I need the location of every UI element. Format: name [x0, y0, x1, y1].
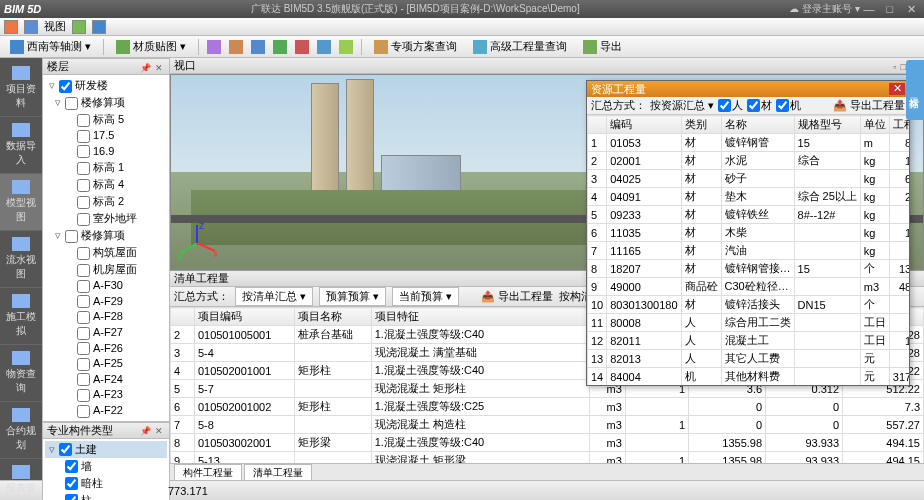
- tree-node[interactable]: ▿土建: [45, 441, 167, 458]
- table-row[interactable]: 1382013人其它人工费元67.628167.63: [588, 350, 910, 368]
- table-row[interactable]: 60105020010​02矩形柱1.混凝土强度等级:C25m3007.3: [171, 398, 924, 416]
- tool4-icon[interactable]: [273, 40, 287, 54]
- qty-current-select[interactable]: 当前预算 ▾: [392, 287, 459, 306]
- table-row[interactable]: 75-8现浇混凝土 构造柱m3100557.27: [171, 416, 924, 434]
- type-tree-panel: 专业构件类型 📌✕ ▿土建墙暗柱柱暗梁楼梯其他▿钢筋墙门窗洞梁柱暗柱其他▿给排水…: [42, 422, 170, 500]
- close-button[interactable]: ✕: [902, 3, 920, 16]
- tree-node[interactable]: 标高 2: [45, 193, 167, 210]
- filter-material[interactable]: 材: [747, 98, 772, 113]
- tree-node[interactable]: A-F25: [45, 356, 167, 372]
- tree-node[interactable]: A-F26: [45, 341, 167, 357]
- tree-node[interactable]: 墙: [45, 458, 167, 475]
- plan-icon: [374, 40, 388, 54]
- tree-node[interactable]: A-F28: [45, 309, 167, 325]
- resource-close-button[interactable]: ✕: [889, 83, 905, 95]
- nav-项目资料[interactable]: 项目资料: [0, 60, 42, 117]
- tab-list-qty[interactable]: 清单工程量: [244, 464, 312, 480]
- axis-gizmo[interactable]: x y z: [177, 223, 217, 263]
- tool6-icon[interactable]: [317, 40, 331, 54]
- left-nav: 项目资料数据导入模型视图流水视图施工模拟物资查询合约规划报表管理构件跟踪: [0, 58, 42, 480]
- tool3-icon[interactable]: [251, 40, 265, 54]
- nav-合约规划[interactable]: 合约规划: [0, 402, 42, 459]
- panel-close-icon[interactable]: ✕: [153, 63, 165, 73]
- table-row[interactable]: 949000商品砼C30砼粒径…m34813.71341019810002.98: [588, 278, 910, 296]
- table-row[interactable]: 404091材垫木综合 25以上kg262.0590.45117.93: [588, 188, 910, 206]
- tree-node[interactable]: 机房屋面: [45, 261, 167, 278]
- tree-node[interactable]: A-F24: [45, 372, 167, 388]
- resource-panel-header[interactable]: 资源工程量 ✕: [587, 81, 909, 97]
- res-summary-select[interactable]: 按资源汇总 ▾: [650, 98, 714, 113]
- table-row[interactable]: 818207材镀锌钢管接…15个1383.8410.52719.6: [588, 260, 910, 278]
- tab-component-qty[interactable]: 构件工程量: [174, 464, 242, 480]
- table-row[interactable]: 202001材水泥综合kg113.2770.3741.91: [588, 152, 910, 170]
- pin-icon[interactable]: 📌: [138, 63, 153, 73]
- resource-toolbar: 汇总方式： 按资源汇总 ▾ 人 材 机 📤 导出工程量: [587, 97, 909, 115]
- tree-node[interactable]: A-F23: [45, 387, 167, 403]
- home-icon[interactable]: [4, 20, 18, 34]
- table-row[interactable]: 711165材汽油kg19.4434.6790.8: [588, 242, 910, 260]
- nav-物资查询[interactable]: 物资查询: [0, 345, 42, 402]
- res-export-button[interactable]: 📤 导出工程量: [833, 98, 905, 113]
- nav-报表管理[interactable]: 报表管理: [0, 459, 42, 500]
- nav-施工模拟[interactable]: 施工模拟: [0, 288, 42, 345]
- export-button[interactable]: 导出: [579, 38, 626, 55]
- tree-node[interactable]: 17.5: [45, 128, 167, 144]
- filter-person[interactable]: 人: [718, 98, 743, 113]
- table-row[interactable]: 304025材砂子kg683.0440.0427.32: [588, 170, 910, 188]
- nav-模型视图[interactable]: 模型视图: [0, 174, 42, 231]
- cloud-indicator-button[interactable]: 云指标: [906, 60, 924, 120]
- tool2-icon[interactable]: [229, 40, 243, 54]
- resource-panel[interactable]: 资源工程量 ✕ 汇总方式： 按资源汇总 ▾ 人 材 机 📤 导出工程量 编码类别…: [586, 80, 910, 386]
- tree-node[interactable]: 标高 4: [45, 176, 167, 193]
- tree-node[interactable]: A-F27: [45, 325, 167, 341]
- qty-export-button[interactable]: 📤 导出工程量: [481, 289, 553, 304]
- tool7-icon[interactable]: [339, 40, 353, 54]
- nav-流水视图[interactable]: 流水视图: [0, 231, 42, 288]
- resource-table[interactable]: 编码类别名称规格型号单位工程量单价合价(元)101053材镀锌钢管15m862.…: [587, 115, 909, 385]
- table-row[interactable]: 1282011人混凝土工工日147.09132.534784.88: [588, 332, 910, 350]
- filter-machine[interactable]: 机: [776, 98, 801, 113]
- table-row[interactable]: 95-13现浇混凝土 矩形梁m311355.9893.933494.15: [171, 452, 924, 464]
- open-icon[interactable]: [72, 20, 86, 34]
- panel-close-icon[interactable]: ✕: [153, 426, 165, 436]
- table-row[interactable]: 1484004机其他材料费元31746.666131746.65: [588, 368, 910, 386]
- tool5-icon[interactable]: [295, 40, 309, 54]
- table-row[interactable]: 1180008人综合用工二类工日14.5644806990.72: [588, 314, 910, 332]
- special-plan-button[interactable]: 专项方案查询: [370, 38, 461, 55]
- vp-min-icon[interactable]: ▫: [891, 62, 898, 72]
- material-paste-dropdown[interactable]: 材质贴图 ▾: [112, 38, 190, 55]
- tree-node[interactable]: 暗柱: [45, 475, 167, 492]
- tree-node[interactable]: A-F22: [45, 403, 167, 419]
- tree-node[interactable]: ▿楼修算项: [45, 227, 167, 244]
- table-row[interactable]: 80105030020​01矩形梁1.混凝土强度等级:C40m31355.989…: [171, 434, 924, 452]
- qty-summary-select[interactable]: 按清单汇总 ▾: [235, 287, 313, 306]
- tree-node[interactable]: 标高 1: [45, 159, 167, 176]
- floor-tree[interactable]: ▿研发楼▿楼修算项标高 517.516.9标高 1标高 4标高 2室外地坪▿楼修…: [43, 75, 169, 421]
- axis-view-dropdown[interactable]: 西南等轴测 ▾: [6, 38, 95, 55]
- tree-node[interactable]: A-F30: [45, 278, 167, 294]
- tree-node[interactable]: ▿研发楼: [45, 77, 167, 94]
- minimize-button[interactable]: —: [860, 3, 878, 15]
- tree-node[interactable]: ▿楼修算项: [45, 94, 167, 111]
- table-row[interactable]: 1080301300​180材镀锌活接头DN15个35.4058.68308.5…: [588, 296, 910, 314]
- pin-icon[interactable]: 📌: [138, 426, 153, 436]
- type-tree[interactable]: ▿土建墙暗柱柱暗梁楼梯其他▿钢筋墙门窗洞梁柱暗柱其他▿给排水管道(水)阀门法兰(…: [43, 439, 169, 500]
- table-row[interactable]: 611035材木柴kg140.7870.6186.63: [588, 224, 910, 242]
- maximize-button[interactable]: □: [881, 3, 899, 15]
- nav-数据导入[interactable]: 数据导入: [0, 117, 42, 174]
- user-menu[interactable]: ☁ 登录主账号 ▾: [789, 2, 860, 16]
- save-icon[interactable]: [92, 20, 106, 34]
- tree-node[interactable]: 构筑屋面: [45, 244, 167, 261]
- tool1-icon[interactable]: [207, 40, 221, 54]
- nav-icon: [12, 465, 30, 479]
- tree-node[interactable]: 室外地坪: [45, 210, 167, 227]
- tree-node[interactable]: 标高 5: [45, 111, 167, 128]
- qty-budget-select[interactable]: 预算预算 ▾: [319, 287, 386, 306]
- view-icon[interactable]: [24, 20, 38, 34]
- table-row[interactable]: 101053材镀锌钢管15m862.2593.993440.41: [588, 134, 910, 152]
- tree-node[interactable]: A-F29: [45, 294, 167, 310]
- table-row[interactable]: 509233材镀锌铁丝8#--12#kg11.8353.8545.56: [588, 206, 910, 224]
- adv-qty-button[interactable]: 高级工程量查询: [469, 38, 571, 55]
- tree-node[interactable]: 柱: [45, 492, 167, 500]
- tree-node[interactable]: 16.9: [45, 144, 167, 160]
